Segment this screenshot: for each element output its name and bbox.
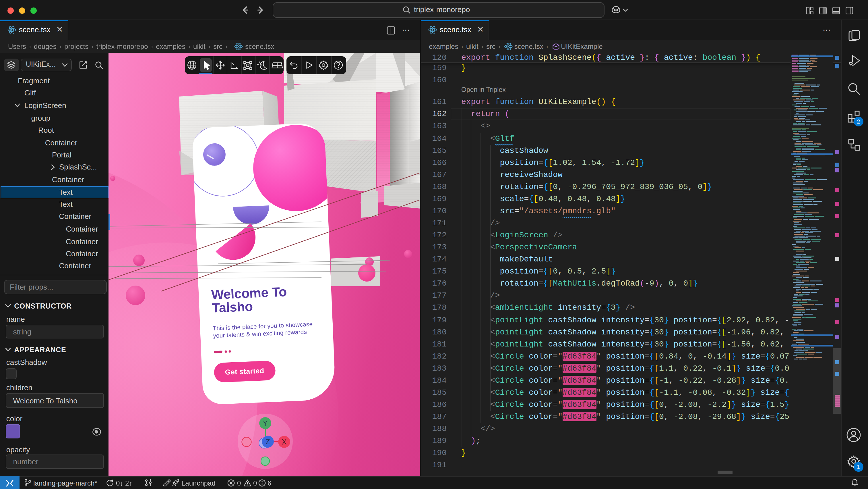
svg-text:Z: Z	[265, 438, 270, 445]
svg-text:Y: Y	[262, 419, 268, 427]
svg-text:X: X	[282, 438, 286, 446]
